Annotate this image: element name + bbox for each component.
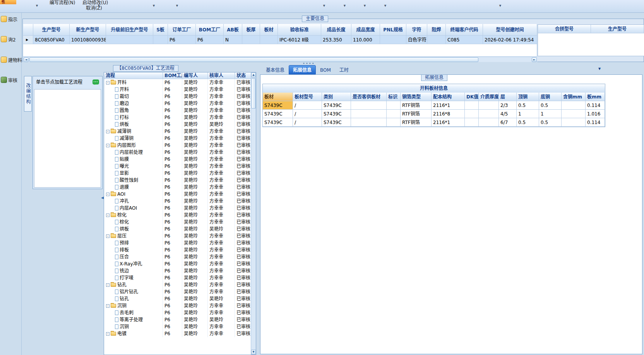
- tree-row[interactable]: 钻孔 P6 吴艳玲 方幸幸 已审核: [104, 281, 256, 288]
- collapse-icon[interactable]: [106, 193, 110, 196]
- scroll-left-button[interactable]: ◄: [24, 57, 29, 62]
- sidebar-item-instruction[interactable]: 指示: [1, 15, 17, 23]
- tree-row[interactable]: 打标 P6 吴艳玲 方幸幸 已审核: [104, 114, 256, 121]
- column-header[interactable]: 板mm: [586, 93, 605, 101]
- tree-row[interactable]: 棕化 P6 吴艳玲 方幸幸 已审核: [104, 212, 256, 219]
- column-header[interactable]: DK值: [465, 93, 479, 101]
- column-header[interactable]: 流程: [104, 72, 163, 79]
- scroll-right-button[interactable]: ►: [532, 57, 537, 62]
- tree-row[interactable]: 等离子处理 P6 吴艳玲 吴艳玲 已审核: [104, 316, 256, 323]
- collapse-icon[interactable]: [106, 332, 110, 336]
- tree-row[interactable]: 压合 P6 吴艳玲 方幸幸 已审核: [104, 253, 256, 260]
- column-header[interactable]: 成品长度: [321, 24, 351, 36]
- column-header[interactable]: 验收标准: [278, 24, 321, 36]
- toolbar-dropdown-arrow[interactable]: [152, 3, 156, 8]
- tab-list-dropdown-icon[interactable]: ▼: [598, 67, 601, 71]
- tree-row[interactable]: 内层图形 P6 吴艳玲 方幸幸 已审核: [104, 142, 256, 149]
- toolbar-dropdown-arrow[interactable]: [322, 3, 326, 8]
- toolbar-item-write-flow[interactable]: 编写流程(N): [50, 0, 75, 6]
- column-header[interactable]: 生产型号: [33, 24, 70, 36]
- column-header[interactable]: 标识: [387, 93, 401, 101]
- tree-row[interactable]: 退膜 P6 吴艳玲 方幸幸 已审核: [104, 184, 256, 191]
- column-header[interactable]: 板材: [260, 24, 278, 36]
- scrollbar-thumb[interactable]: [29, 57, 478, 62]
- column-header[interactable]: AB板: [224, 24, 242, 36]
- vertical-scrollbar[interactable]: ▲ ▼: [251, 72, 256, 355]
- column-header[interactable]: 板材型号: [293, 93, 322, 101]
- tab-extended-info[interactable]: 拓展信息: [289, 65, 316, 74]
- sidebar-item-query[interactable]: 询2: [1, 35, 16, 43]
- column-header[interactable]: 含铜mm: [562, 93, 586, 101]
- toolbar-dropdown-arrow[interactable]: [383, 3, 387, 8]
- column-header[interactable]: 终端客户代码: [446, 24, 483, 36]
- column-header[interactable]: 阻焊: [427, 24, 446, 36]
- tree-row[interactable]: 裁切 P6 吴艳玲 方幸幸 已审核: [104, 93, 256, 100]
- toolbar-item-start-modify[interactable]: 启动修改(U): [82, 0, 108, 6]
- column-header[interactable]: 配本结构: [432, 93, 465, 101]
- scroll-down-button[interactable]: ▼: [251, 350, 256, 355]
- tree-row[interactable]: X-Ray冲孔 P6 吴艳玲 方幸幸 已审核: [104, 260, 256, 267]
- toolbar-dropdown-arrow[interactable]: [498, 3, 502, 8]
- column-header[interactable]: 生产型号: [591, 25, 644, 33]
- tree-row[interactable]: 减薄铜 P6 吴艳玲 方幸幸 已审核: [104, 135, 256, 142]
- tree-row[interactable]: 开料 P6 吴艳玲 方幸幸 已审核: [104, 86, 256, 93]
- toolbar-dropdown-arrow[interactable]: [35, 3, 39, 8]
- tree-row[interactable]: 沉铜 P6 吴艳玲 方幸幸 已审核: [104, 323, 256, 330]
- tree-row[interactable]: 烘板 P6 吴艳玲 吴艳玲 已审核: [104, 121, 256, 128]
- column-header[interactable]: 升级前旧生产型号: [106, 24, 153, 36]
- horizontal-scrollbar[interactable]: ◄ ►: [23, 57, 537, 62]
- tree-row[interactable]: 开料 P6 吴艳玲 方幸幸 已审核: [104, 79, 256, 86]
- collapse-icon[interactable]: [106, 130, 110, 133]
- tree-row[interactable]: 贴膜 P6 吴艳玲 方幸幸 已审核: [104, 156, 256, 163]
- column-header[interactable]: 类别: [322, 93, 351, 101]
- collapse-icon[interactable]: [106, 144, 110, 147]
- main-grid-row[interactable]: 8C0850FVA0 10010800093815 P6 P6 N IPC-60…: [23, 36, 537, 44]
- tab-bom[interactable]: BOM: [316, 65, 335, 74]
- collapse-icon[interactable]: [106, 81, 110, 84]
- tree-row[interactable]: 内层前处理 P6 吴艳玲 方幸幸 已审核: [104, 149, 256, 156]
- column-header[interactable]: PNL规格: [380, 24, 406, 36]
- column-header[interactable]: 合拼型号: [538, 25, 591, 33]
- splitter-handle[interactable]: ••••: [303, 62, 315, 65]
- tab-structure-edit[interactable]: 改编结构: [24, 76, 32, 112]
- tree-row[interactable]: 打字唛 P6 吴艳玲 方幸幸 已审核: [104, 274, 256, 281]
- column-header[interactable]: 底铜: [539, 93, 562, 101]
- collapse-icon[interactable]: [106, 304, 110, 308]
- sidebar-item-audit[interactable]: 审核: [1, 76, 17, 84]
- material-row[interactable]: S7439C / S7439C RTF铜箔 2116*1 2/3 0.5 0.5…: [263, 101, 605, 110]
- scrollbar-thumb[interactable]: [251, 78, 256, 109]
- tree-row[interactable]: 内层AOI P6 吴艳玲 方幸幸 已审核: [104, 205, 256, 212]
- tree-row[interactable]: 曝光 P6 吴艳玲 方幸幸 已审核: [104, 163, 256, 170]
- collapse-icon[interactable]: [106, 234, 110, 238]
- column-header[interactable]: BOM工厂: [163, 72, 182, 79]
- toolbar-dropdown-arrow[interactable]: [343, 3, 347, 8]
- tree-row[interactable]: 去毛刺 P6 吴艳玲 方幸幸 已审核: [104, 309, 256, 316]
- tree-row[interactable]: 电镀 P6 吴艳玲 方幸幸 已审核: [104, 330, 256, 337]
- column-header[interactable]: 字符: [406, 24, 427, 36]
- column-header[interactable]: 介质厚度: [479, 93, 499, 101]
- column-header[interactable]: 成品宽度: [351, 24, 380, 36]
- column-header[interactable]: S板: [153, 24, 168, 36]
- tree-row[interactable]: 酸性蚀刻 P6 吴艳玲 方幸幸 已审核: [104, 177, 256, 184]
- tab-basic-info[interactable]: 基本信息: [262, 65, 289, 74]
- column-header[interactable]: 是否客供板材: [351, 93, 387, 101]
- tree-row[interactable]: 钻孔 P6 吴艳玲 吴艳玲 已审核: [104, 295, 256, 302]
- material-row[interactable]: S7439C / S7439C RTF铜箔 2116*8 4/5 1 1 1.0…: [263, 110, 605, 118]
- tree-row[interactable]: 沉铜 P6 吴艳玲 方幸幸 已审核: [104, 302, 256, 309]
- tree-row[interactable]: 铣边 P6 吴艳玲 方幸幸 已审核: [104, 267, 256, 274]
- tree-row[interactable]: 棕化 P6 吴艳玲 方幸幸 已审核: [104, 219, 256, 226]
- column-header[interactable]: BOM工厂: [196, 24, 224, 36]
- tree-row[interactable]: 显影 P6 吴艳玲 方幸幸 已审核: [104, 170, 256, 177]
- tree-row[interactable]: 铝片钻孔 P6 吴艳玲 方幸幸 已审核: [104, 288, 256, 295]
- tree-row[interactable]: 烘板 P6 吴艳玲 吴艳玲 已审核: [104, 226, 256, 233]
- hint-list[interactable]: [34, 89, 101, 188]
- column-header[interactable]: 型号创建时间: [483, 24, 537, 36]
- column-header[interactable]: 核审人: [208, 72, 235, 79]
- horizontal-splitter[interactable]: ••••: [259, 62, 644, 65]
- tree-row[interactable]: 排板 P6 吴艳玲 方幸幸 已审核: [104, 246, 256, 253]
- tree-row[interactable]: 预排 P6 吴艳玲 方幸幸 已审核: [104, 240, 256, 246]
- tree-row[interactable]: AOI P6 吴艳玲 方幸幸 已审核: [104, 191, 256, 198]
- toolbar-dropdown-arrow[interactable]: [175, 3, 179, 8]
- toolbar-dropdown-arrow[interactable]: [97, 3, 101, 8]
- material-row[interactable]: S7439C / S7439C RTF铜箔 2116*1 6/7 0.5 0.5…: [263, 118, 605, 127]
